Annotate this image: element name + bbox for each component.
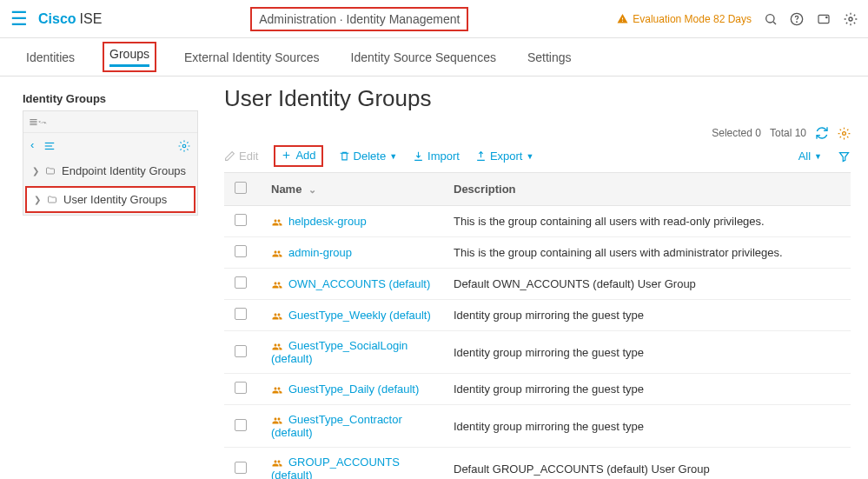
sidebar-search[interactable]: ≣𝁊 (23, 111, 197, 133)
sidebar-panel: ≣𝁊 ‹ ❯ Endpoint Identity Groups (23, 110, 198, 216)
menu-icon[interactable]: ☰ (10, 8, 28, 30)
group-name-link[interactable]: GuestType_Contractor (default) (271, 413, 402, 439)
tree-item-user-groups[interactable]: ❯ User Identity Groups (27, 188, 194, 211)
group-icon (271, 309, 283, 322)
trash-icon (339, 150, 350, 162)
group-description: This is the group containing all users w… (443, 237, 851, 269)
table-row: GuestType_SocialLogin (default)Identity … (224, 331, 851, 374)
brand-name: Cisco (38, 11, 76, 27)
tree-label: User Identity Groups (63, 193, 167, 206)
svg-line-1 (773, 22, 776, 24)
sidebar: Identity Groups ≣𝁊 ‹ ❯ Endpoin (0, 77, 198, 479)
gear-icon[interactable] (844, 11, 858, 26)
header-name[interactable]: Name ⌄ (261, 173, 443, 206)
notification-icon[interactable] (816, 11, 832, 26)
tree-label: Endpoint Identity Groups (62, 164, 186, 177)
svg-point-10 (182, 144, 186, 148)
sidebar-expand-icon[interactable] (43, 138, 56, 152)
filter-icon[interactable] (838, 149, 851, 163)
delete-button[interactable]: Delete ▼ (339, 150, 398, 163)
eval-mode-badge[interactable]: Evaluation Mode 82 Days (617, 13, 752, 25)
svg-point-11 (843, 131, 846, 135)
table-row: OWN_ACCOUNTS (default)Default OWN_ACCOUN… (224, 269, 851, 300)
export-icon (475, 150, 487, 162)
group-icon (271, 456, 283, 469)
row-checkbox[interactable] (235, 382, 247, 394)
table-row: GROUP_ACCOUNTS (default)Default GROUP_AC… (224, 448, 851, 480)
group-description: Identity group mirroring the guest type (443, 405, 851, 448)
content-area: User Identity Groups Selected 0 Total 10… (198, 77, 868, 479)
select-all-checkbox[interactable] (235, 182, 247, 194)
group-icon (271, 383, 283, 396)
group-name-link[interactable]: GuestType_SocialLogin (default) (271, 339, 407, 365)
row-checkbox[interactable] (235, 308, 247, 320)
import-icon (413, 150, 424, 162)
svg-point-5 (825, 16, 828, 18)
main-area: Identity Groups ≣𝁊 ‹ ❯ Endpoin (0, 77, 868, 479)
group-icon (271, 246, 283, 259)
tab-settings[interactable]: Settings (524, 50, 575, 64)
tab-external-sources[interactable]: External Identity Sources (181, 50, 323, 64)
table-row: GuestType_Weekly (default)Identity group… (224, 300, 851, 331)
sidebar-back-icon[interactable]: ‹ (30, 138, 34, 151)
svg-point-0 (766, 14, 774, 22)
group-name-link[interactable]: GuestType_Daily (default) (288, 383, 419, 396)
help-icon[interactable] (790, 11, 804, 26)
tree-item-endpoint-groups[interactable]: ❯ Endpoint Identity Groups (23, 157, 197, 184)
table-gear-icon[interactable] (838, 126, 851, 139)
header-checkbox-col (224, 173, 261, 206)
svg-point-3 (797, 22, 798, 23)
total-count: Total 10 (770, 127, 806, 139)
warning-icon (617, 13, 628, 24)
group-name-link[interactable]: GuestType_Weekly (default) (288, 309, 431, 322)
group-name-link[interactable]: admin-group (288, 246, 352, 259)
group-name-link[interactable]: helpdesk-group (288, 215, 367, 228)
tab-groups[interactable]: Groups (109, 47, 149, 67)
table-row: admin-groupThis is the group containing … (224, 237, 851, 269)
chevron-down-icon: ▼ (814, 152, 822, 161)
group-name-link[interactable]: GROUP_ACCOUNTS (default) (271, 456, 400, 479)
group-icon (271, 277, 283, 290)
row-checkbox[interactable] (235, 276, 247, 289)
table-row: helpdesk-groupThis is the group containi… (224, 206, 851, 237)
folder-icon (46, 193, 58, 206)
header-description[interactable]: Description (443, 173, 851, 206)
tab-source-sequences[interactable]: Identity Source Sequences (348, 50, 500, 64)
pencil-icon (224, 150, 235, 162)
page-title: User Identity Groups (224, 85, 851, 112)
product-name: ISE (80, 11, 103, 27)
svg-rect-4 (818, 15, 829, 23)
export-button[interactable]: Export ▼ (475, 150, 534, 163)
row-checkbox[interactable] (235, 462, 247, 474)
group-description: Identity group mirroring the guest type (443, 374, 851, 405)
sidebar-gear-icon[interactable] (178, 138, 190, 152)
table-row: GuestType_Contractor (default)Identity g… (224, 405, 851, 448)
group-description: Identity group mirroring the guest type (443, 300, 851, 331)
tab-nav: Identities Groups External Identity Sour… (0, 38, 868, 77)
import-button[interactable]: Import (413, 150, 460, 163)
edit-button[interactable]: Edit (224, 150, 258, 163)
group-icon (271, 339, 283, 352)
tab-identities[interactable]: Identities (23, 50, 78, 64)
selected-count: Selected 0 (712, 127, 761, 139)
filter-all-button[interactable]: All ▼ (798, 150, 822, 163)
group-name-link[interactable]: OWN_ACCOUNTS (default) (288, 277, 430, 290)
row-checkbox[interactable] (235, 245, 247, 257)
row-checkbox[interactable] (235, 214, 247, 226)
groups-table: Name ⌄ Description helpdesk-groupThis is… (224, 172, 851, 479)
table-row: GuestType_Daily (default)Identity group … (224, 374, 851, 405)
row-checkbox[interactable] (235, 345, 247, 357)
row-checkbox[interactable] (235, 419, 247, 431)
top-banner: ☰ Cisco ISE Administration · Identity Ma… (0, 0, 868, 38)
refresh-icon[interactable] (815, 126, 829, 140)
breadcrumb: Administration · Identity Management (250, 7, 468, 31)
sidebar-toolbar: ‹ (23, 133, 197, 157)
search-icon[interactable] (764, 11, 778, 26)
group-icon (271, 413, 283, 426)
tab-groups-highlight: Groups (103, 42, 156, 72)
folder-icon (44, 164, 56, 177)
group-description: Default GROUP_ACCOUNTS (default) User Gr… (443, 448, 851, 480)
group-description: Default OWN_ACCOUNTS (default) User Grou… (443, 269, 851, 300)
sidebar-title: Identity Groups (23, 92, 198, 105)
add-button[interactable]: Add (281, 149, 315, 162)
